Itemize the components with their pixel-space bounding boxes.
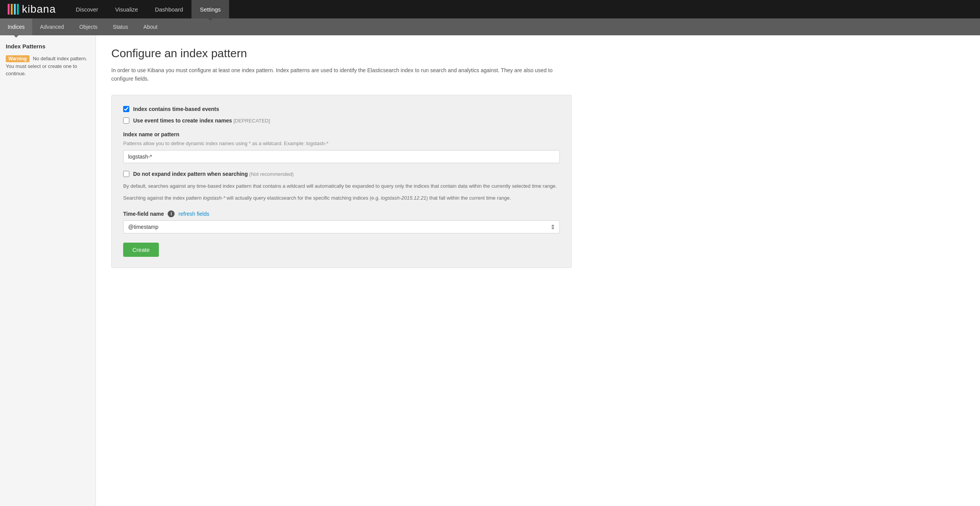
info-icon[interactable]: i (168, 210, 175, 217)
deprecated-badge: [DEPRECATED] (233, 118, 270, 124)
expand-desc-2-italic1: logstash-* (203, 195, 225, 201)
logo-bar-1 (8, 4, 10, 15)
time-based-checkbox[interactable] (123, 106, 129, 112)
no-expand-checkbox-label[interactable]: Do not expand index pattern when searchi… (133, 171, 294, 177)
expand-desc-2-prefix: Searching against the index pattern (123, 195, 203, 201)
nav-item-settings[interactable]: Settings (191, 0, 229, 18)
main-content: Configure an index pattern In order to u… (96, 35, 980, 506)
event-times-checkbox[interactable] (123, 117, 129, 124)
main-nav-items: Discover Visualize Dashboard Settings (68, 0, 229, 18)
index-name-hint: Patterns allow you to define dynamic ind… (123, 141, 560, 146)
index-name-section: Index name or pattern Patterns allow you… (123, 131, 560, 163)
time-field-header: Time-field name i refresh fields (123, 210, 560, 217)
logo-bars (8, 4, 19, 15)
sub-nav-item-status[interactable]: Status (105, 18, 136, 35)
index-name-label: Index name or pattern (123, 131, 560, 137)
nav-item-dashboard[interactable]: Dashboard (147, 0, 191, 18)
expand-desc-2: Searching against the index pattern logs… (123, 194, 560, 202)
time-field-select[interactable]: @timestamp (123, 220, 560, 233)
logo-bar-3 (14, 4, 16, 15)
page-title: Configure an index pattern (111, 47, 965, 60)
refresh-fields-link[interactable]: refresh fields (178, 211, 209, 217)
sub-nav-item-indices[interactable]: Indices (0, 18, 32, 35)
time-field-label: Time-field name (123, 211, 164, 217)
no-expand-checkbox[interactable] (123, 171, 129, 177)
sidebar-title: Index Patterns (6, 43, 90, 50)
no-expand-note: (Not recommended) (249, 171, 294, 177)
sub-nav-item-objects[interactable]: Objects (72, 18, 105, 35)
logo: kibana (0, 0, 64, 18)
sub-nav-item-about[interactable]: About (136, 18, 165, 35)
page-description: In order to use Kibana you must configur… (111, 66, 572, 83)
expand-desc-1: By default, searches against any time-ba… (123, 182, 560, 190)
sidebar: Index Patterns Warning No default index … (0, 35, 96, 506)
index-name-input[interactable] (123, 150, 560, 163)
create-button[interactable]: Create (123, 243, 159, 257)
expand-desc-2-suffix: ) that fall within the current time rang… (426, 195, 511, 201)
time-based-checkbox-label[interactable]: Index contains time-based events (133, 106, 219, 112)
nav-item-discover[interactable]: Discover (68, 0, 107, 18)
logo-bar-2 (11, 4, 13, 15)
expand-desc-2-italic2: logstash-2015.12.21 (381, 195, 426, 201)
top-navigation: kibana Discover Visualize Dashboard Sett… (0, 0, 980, 18)
expand-desc-2-middle: will actually query elasticsearch for th… (225, 195, 381, 201)
sub-navigation: Indices Advanced Objects Status About (0, 18, 980, 35)
logo-text: kibana (22, 3, 56, 15)
event-times-checkbox-row: Use event times to create index names [D… (123, 117, 560, 124)
warning-container: Warning No default index pattern. You mu… (6, 55, 90, 78)
logo-bar-4 (17, 4, 19, 15)
warning-badge: Warning (6, 55, 30, 62)
sub-nav-item-advanced[interactable]: Advanced (32, 18, 71, 35)
time-based-checkbox-row: Index contains time-based events (123, 106, 560, 112)
no-expand-checkbox-row: Do not expand index pattern when searchi… (123, 171, 560, 177)
nav-item-visualize[interactable]: Visualize (107, 0, 147, 18)
main-layout: Index Patterns Warning No default index … (0, 35, 980, 506)
event-times-checkbox-label[interactable]: Use event times to create index names [D… (133, 117, 270, 124)
time-field-select-wrapper: @timestamp ⇕ (123, 220, 560, 233)
index-pattern-form: Index contains time-based events Use eve… (111, 95, 572, 268)
